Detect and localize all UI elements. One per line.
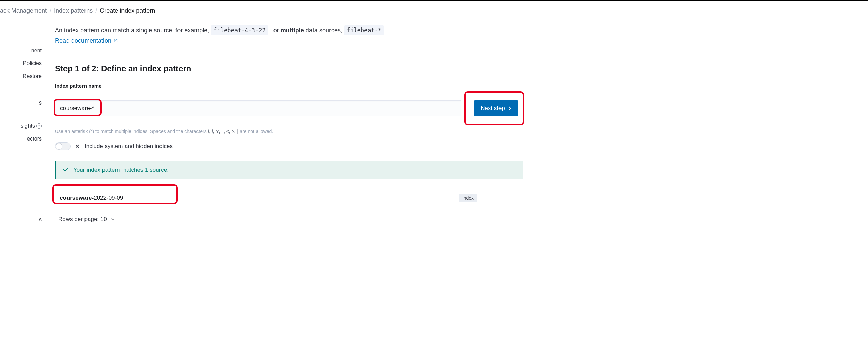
sidebar-item[interactable]: Restore [0, 70, 44, 83]
main-content: An index pattern can match a single sour… [44, 20, 526, 243]
close-icon: ✕ [75, 143, 80, 149]
divider [55, 54, 523, 54]
breadcrumb-item[interactable]: Index patterns [54, 7, 93, 14]
include-hidden-toggle[interactable] [55, 142, 71, 150]
sidebar-item[interactable]: s [0, 213, 44, 226]
success-callout: Your index pattern matches 1 source. [55, 161, 523, 179]
index-pattern-name-input[interactable] [55, 100, 461, 116]
sidebar-item[interactable]: Policies [0, 57, 44, 70]
toggle-knob [56, 143, 62, 150]
sidebar-item[interactable]: sights ? [0, 119, 44, 132]
toggle-label: Include system and hidden indices [84, 143, 173, 150]
code-example: filebeat-* [344, 25, 384, 35]
breadcrumb-separator: / [95, 7, 97, 14]
check-icon [62, 167, 69, 173]
intro-text: An index pattern can match a single sour… [55, 25, 523, 35]
external-link-icon [113, 38, 118, 43]
matched-index-name: courseware-2022-09-09 [60, 195, 123, 201]
breadcrumb-item[interactable]: ack Management [0, 7, 47, 14]
success-message: Your index pattern matches 1 source. [73, 167, 169, 173]
chevron-right-icon [508, 106, 512, 111]
sidebar-item[interactable]: nent [0, 44, 44, 57]
sidebar: nent Policies Restore s sights ? ectors … [0, 20, 44, 243]
chevron-down-icon [110, 217, 115, 222]
breadcrumb-separator: / [50, 7, 51, 14]
rows-per-page-selector[interactable]: Rows per page: 10 [55, 209, 523, 229]
code-example: filebeat-4-3-22 [211, 25, 268, 35]
breadcrumb-item-current: Create index pattern [100, 7, 155, 14]
step-title: Step 1 of 2: Define an index pattern [55, 64, 523, 73]
help-text: Use an asterisk (*) to match multiple in… [55, 129, 523, 134]
field-label: Index pattern name [55, 83, 523, 89]
next-step-button[interactable]: Next step [474, 100, 518, 116]
documentation-link[interactable]: Read documentation [55, 37, 118, 44]
sidebar-item[interactable]: ectors [0, 132, 44, 145]
sidebar-item[interactable]: s [0, 96, 44, 109]
help-icon: ? [36, 123, 42, 129]
match-row: courseware-2022-09-09 Index [55, 187, 523, 209]
breadcrumb: ack Management / Index patterns / Create… [0, 1, 868, 20]
index-badge: Index [459, 194, 477, 202]
